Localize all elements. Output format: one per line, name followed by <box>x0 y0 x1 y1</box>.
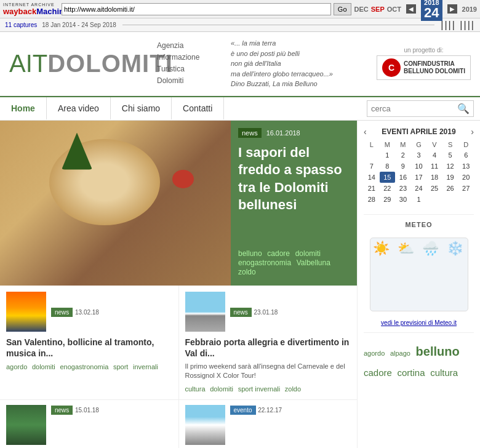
featured-badge-news: news <box>238 128 262 138</box>
sub-article-2-title[interactable]: Febbraio porta allegria e divertimento i… <box>185 337 351 359</box>
weather-snowy-icon: ❄️ <box>447 241 463 257</box>
right-sidebar: ‹ EVENTI APRILE 2019 › L M M G V S D <box>357 121 480 449</box>
quote-book: La mia Belluno <box>273 80 318 87</box>
cal-day-1[interactable]: 1 <box>380 150 396 161</box>
agency-line1: Agenzia <box>157 40 218 52</box>
sub-article-1-badge: news <box>51 308 73 317</box>
cal-day-26[interactable]: 26 <box>442 183 458 194</box>
tag-cloud-cortina[interactable]: cortina <box>398 367 425 378</box>
cal-day-22[interactable]: 22 <box>380 183 396 194</box>
bottom-article-2: evento 22.12.17 <box>179 400 358 448</box>
cal-day-28[interactable]: 28 <box>364 194 380 205</box>
cal-empty4 <box>458 194 474 205</box>
cal-day-8[interactable]: 8 <box>380 161 396 172</box>
cal-day-21[interactable]: 21 <box>364 183 380 194</box>
agency-line3: Turistica <box>157 63 218 75</box>
cal-day-18[interactable]: 18 <box>426 172 442 183</box>
cal-day-20[interactable]: 20 <box>458 172 474 183</box>
bottom-article-2-image <box>185 405 225 445</box>
nav-chi-siamo[interactable]: Chi siamo <box>111 97 172 119</box>
captures-link[interactable]: 11 captures <box>5 22 37 28</box>
url-input[interactable] <box>62 3 331 15</box>
cal-day-23[interactable]: 23 <box>395 183 411 194</box>
featured-title[interactable]: I sapori del freddo a spasso tra le Dolo… <box>238 144 350 214</box>
nav-area-video[interactable]: Area video <box>47 97 111 119</box>
logo-dolomiti: DOLOMITI <box>47 50 173 77</box>
cal-row-2: 7 8 9 10 11 12 13 <box>364 161 474 172</box>
tag-belluno[interactable]: belluno <box>238 249 262 258</box>
search-icon[interactable]: 🔍 <box>457 103 470 114</box>
tag-invernali[interactable]: invernali <box>133 363 158 370</box>
cal-day-25[interactable]: 25 <box>426 183 442 194</box>
cal-day-10[interactable]: 10 <box>411 161 427 172</box>
wayback-bar: INTERNET ARCHIVE waybackMachine Go DEC S… <box>0 0 480 18</box>
tag-enogastronomia[interactable]: enogastronomia <box>238 258 291 267</box>
cal-day-5[interactable]: 5 <box>442 150 458 161</box>
tag-cloud-cultura[interactable]: cultura <box>430 367 458 378</box>
bottom-article-2-badge: evento <box>230 406 256 415</box>
sub-article-1-header: news 13.02.18 <box>6 292 172 332</box>
cal-day-next1[interactable]: 1 <box>411 194 427 205</box>
bottom-articles: news 15.01.18 evento 22.12.17 <box>0 399 357 448</box>
cal-day-3[interactable]: 3 <box>411 150 427 161</box>
nav-home[interactable]: Home <box>0 97 47 119</box>
tag-sport-invernali[interactable]: sport invernali <box>238 385 280 393</box>
meteo-link[interactable]: vedi le previsioni di Meteo.it <box>364 319 474 326</box>
tag-cadore[interactable]: cadore <box>267 249 290 258</box>
tag-cloud-cadore[interactable]: cadore <box>364 367 392 378</box>
tag-dolomiti[interactable]: dolomiti <box>295 249 321 258</box>
cal-day-15-today[interactable]: 15 <box>380 172 396 183</box>
year-oct: OCT <box>387 6 401 13</box>
tag-sport[interactable]: sport <box>113 363 128 370</box>
calendar-next-btn[interactable]: › <box>471 127 474 137</box>
cal-day-11[interactable]: 11 <box>426 161 442 172</box>
cal-row-1: 1 2 3 4 5 6 <box>364 150 474 161</box>
cal-day-19[interactable]: 19 <box>442 172 458 183</box>
featured-badge: news 16.01.2018 <box>238 128 350 138</box>
tag-valbelluna[interactable]: Valbelluna <box>297 258 330 267</box>
cal-day-24[interactable]: 24 <box>411 183 427 194</box>
cal-day-4[interactable]: 4 <box>426 150 442 161</box>
left-column: news 16.01.2018 I sapori del freddo a sp… <box>0 121 357 449</box>
sub-article-1-title[interactable]: San Valentino, bollicine al tramonto, mu… <box>6 337 172 359</box>
tag-cloud-belluno[interactable]: belluno <box>416 345 460 358</box>
cal-day-27[interactable]: 27 <box>458 183 474 194</box>
year-sep: SEP <box>371 6 385 13</box>
cal-day-16[interactable]: 16 <box>395 172 411 183</box>
tag-enogastronomia2[interactable]: enogastronomia <box>60 363 108 370</box>
next-year-btn[interactable]: ▶ <box>447 4 457 14</box>
cal-day-7[interactable]: 7 <box>364 161 380 172</box>
go-button[interactable]: Go <box>334 3 351 15</box>
cal-row-3: 14 15 16 17 18 19 20 <box>364 172 474 183</box>
tag-cloud-agordo[interactable]: agordo <box>364 350 385 357</box>
cal-day-13[interactable]: 13 <box>458 161 474 172</box>
wayback-logo: INTERNET ARCHIVE waybackMachine <box>3 2 58 16</box>
search-input[interactable] <box>371 104 457 113</box>
cal-day-9[interactable]: 9 <box>395 161 411 172</box>
cal-day-14[interactable]: 14 <box>364 172 380 183</box>
confindustria-text: CONFINDUSTRIA BELLUNO DOLOMITI <box>404 60 465 75</box>
tag-dolomiti2[interactable]: dolomiti <box>32 363 55 370</box>
main-content: news 16.01.2018 I sapori del freddo a sp… <box>0 121 480 449</box>
cal-day-17[interactable]: 17 <box>411 172 427 183</box>
prev-year-btn[interactable]: ◀ <box>406 4 416 14</box>
cal-day-6[interactable]: 6 <box>458 150 474 161</box>
sub-article-2-meta: news 23.01.18 <box>230 307 278 316</box>
confindustria-icon: C <box>382 58 401 77</box>
cal-day-2[interactable]: 2 <box>395 150 411 161</box>
tag-dolomiti3[interactable]: dolomiti <box>210 385 233 393</box>
nav-contatti[interactable]: Contatti <box>172 97 224 119</box>
tag-zoldo2[interactable]: zoldo <box>285 385 301 393</box>
calendar-nav: DEC SEP OCT ◀ 2018 24 ▶ 2019 <box>354 0 477 21</box>
cal-day-12[interactable]: 12 <box>442 161 458 172</box>
cal-empty2 <box>426 194 442 205</box>
cal-day-29[interactable]: 29 <box>380 194 396 205</box>
weather-rainy-icon: 🌧️ <box>422 241 439 257</box>
tag-agordo[interactable]: agordo <box>6 363 27 370</box>
tag-cultura[interactable]: cultura <box>185 385 206 393</box>
capture-date: 18 Jan 2014 - 24 Sep 2018 <box>42 22 116 28</box>
cal-day-30[interactable]: 30 <box>395 194 411 205</box>
cal-row-5: 28 29 30 1 <box>364 194 474 205</box>
tag-zoldo[interactable]: zoldo <box>238 268 256 276</box>
tag-cloud-alpago[interactable]: alpago <box>390 350 410 357</box>
